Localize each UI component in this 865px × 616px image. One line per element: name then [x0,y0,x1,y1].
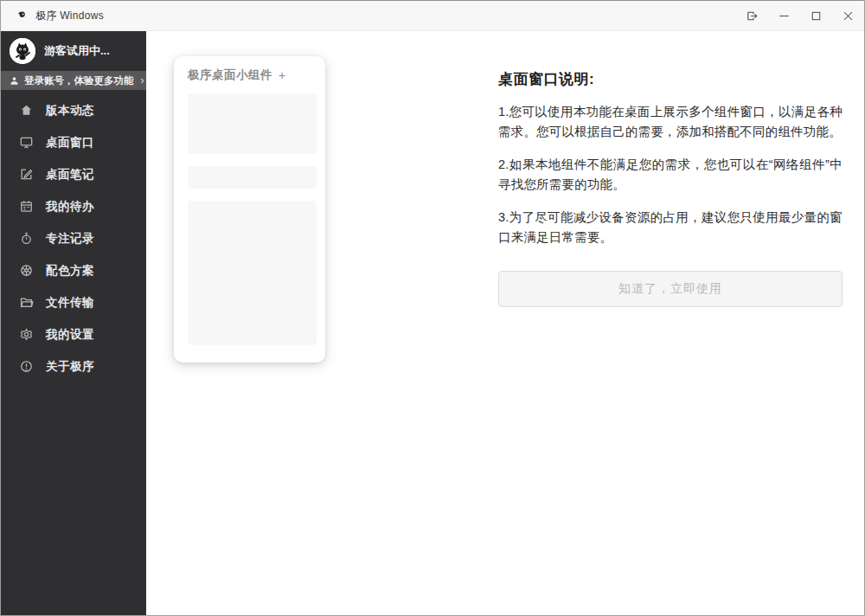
instructions-paragraph: 2.如果本地组件不能满足您的需求，您也可以在“网络组件”中寻找您所需要的功能。 [498,155,843,195]
sidebar-item-label: 桌面笔记 [46,167,94,183]
gear-icon [19,327,34,342]
maximize-button[interactable] [800,1,832,31]
stopwatch-icon [19,231,34,246]
instructions-panel: 桌面窗口说明: 1.您可以使用本功能在桌面上展示多个组件窗口，以满足各种需求。您… [498,69,843,307]
folder-icon [19,295,34,310]
instructions-title: 桌面窗口说明: [498,69,843,89]
sidebar-item-label: 我的待办 [46,199,94,215]
widget-placeholder [188,166,317,189]
monitor-icon [19,135,34,150]
app-logo-icon [16,10,28,22]
sidebar-item-label: 版本动态 [46,103,94,119]
instructions-paragraph: 1.您可以使用本功能在桌面上展示多个组件窗口，以满足各种需求。您可以根据自己的需… [498,102,843,142]
window-title: 极序 Windows [35,9,104,23]
instructions-paragraph: 3.为了尽可能减少设备资源的占用，建议您只使用最少量的窗口来满足日常需要。 [498,208,843,247]
calendar-icon [19,199,34,214]
sidebar-item-color-scheme[interactable]: 配色方案 [1,254,146,286]
logout-icon [746,10,759,22]
close-button[interactable] [832,1,864,31]
logout-button[interactable] [736,1,768,31]
minimize-icon [778,10,791,22]
widget-panel-card: 极序桌面小组件 + [174,56,325,363]
sidebar-item-label: 文件传输 [46,295,94,311]
app-window: 极序 Windows [0,0,865,616]
widget-placeholder [188,93,317,154]
sidebar-item-label: 关于极序 [46,359,94,375]
login-banner[interactable]: 登录账号，体验更多功能 › [1,71,146,90]
sidebar-item-desktop-notes[interactable]: 桌面笔记 [1,158,146,190]
user-status-text: 游客试用中... [44,43,110,59]
home-icon [19,103,34,118]
color-wheel-icon [19,263,34,278]
add-widget-button[interactable]: + [279,69,285,81]
maximize-icon [810,10,823,22]
avatar [10,38,35,64]
note-edit-icon [19,167,34,182]
sidebar-item-my-todo[interactable]: 我的待办 [1,190,146,222]
login-banner-label: 登录账号，体验更多功能 [24,74,134,87]
minimize-button[interactable] [768,1,800,31]
sidebar-item-version-news[interactable]: 版本动态 [1,94,146,126]
confirm-button[interactable]: 知道了，立即使用 [498,271,843,307]
sidebar-item-about[interactable]: 关于极序 [1,350,146,382]
sidebar-item-label: 我的设置 [46,327,94,343]
main-content: 极序桌面小组件 + 桌面窗口说明: 1.您可以使用本功能在桌面上展示多个组件窗口… [146,31,864,615]
widget-panel-title: 极序桌面小组件 [188,67,272,83]
chevron-right-icon: › [141,74,144,87]
widget-placeholder [188,201,317,345]
sidebar-item-my-settings[interactable]: 我的设置 [1,318,146,350]
sidebar-menu: 版本动态 桌面窗口 桌 [1,90,146,382]
titlebar: 极序 Windows [1,1,864,31]
sidebar-item-label: 配色方案 [46,263,94,279]
sidebar-item-label: 专注记录 [46,231,94,247]
sidebar-item-file-transfer[interactable]: 文件传输 [1,286,146,318]
close-icon [842,10,855,22]
info-icon [19,359,34,374]
user-profile[interactable]: 游客试用中... [1,31,146,71]
sidebar-item-desktop-window[interactable]: 桌面窗口 [1,126,146,158]
sidebar-item-focus-record[interactable]: 专注记录 [1,222,146,254]
person-icon [10,76,19,86]
sidebar: 游客试用中... 登录账号，体验更多功能 › 版本动态 [1,31,146,615]
sidebar-item-label: 桌面窗口 [46,135,94,151]
